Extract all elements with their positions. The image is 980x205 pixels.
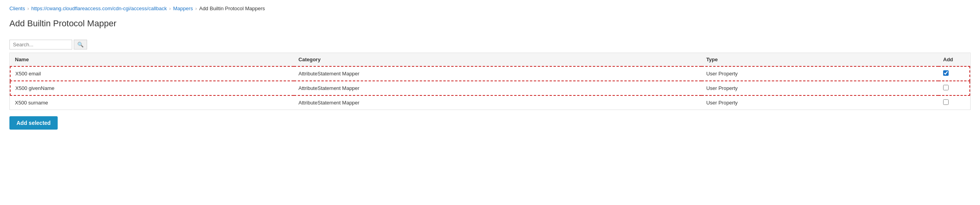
col-header-name: Name: [10, 53, 294, 66]
cell-category: AttributeStatement Mapper: [294, 66, 701, 81]
cell-add: [938, 95, 970, 110]
search-button[interactable]: 🔍: [74, 40, 87, 49]
col-header-type: Type: [701, 53, 938, 66]
cell-type: User Property: [701, 66, 938, 81]
breadcrumb-mappers[interactable]: Mappers: [173, 5, 193, 11]
cell-category: AttributeStatement Mapper: [294, 95, 701, 110]
cell-name: X500 email: [10, 66, 294, 81]
col-header-add: Add: [938, 53, 970, 66]
table-wrapper: Name Category Type Add X500 emailAttribu…: [9, 53, 971, 110]
cell-type: User Property: [701, 95, 938, 110]
col-header-category: Category: [294, 53, 701, 66]
cell-add: [938, 66, 970, 81]
breadcrumb-clients[interactable]: Clients: [9, 5, 25, 11]
breadcrumb-url[interactable]: https://cwang.cloudflareaccess.com/cdn-c…: [31, 5, 167, 11]
cell-category: AttributeStatement Mapper: [294, 81, 701, 95]
breadcrumb-sep-1: ›: [27, 6, 29, 11]
cell-name: X500 surname: [10, 95, 294, 110]
table-row: X500 givenNameAttributeStatement MapperU…: [10, 81, 970, 95]
table-header-row: Name Category Type Add: [10, 53, 970, 66]
breadcrumb-sep-3: ›: [195, 6, 197, 11]
breadcrumb: Clients › https://cwang.cloudflareaccess…: [9, 0, 971, 18]
add-selected-button[interactable]: Add selected: [9, 116, 58, 130]
add-checkbox[interactable]: [943, 70, 949, 76]
cell-type: User Property: [701, 81, 938, 95]
cell-name: X500 givenName: [10, 81, 294, 95]
search-input[interactable]: [9, 40, 72, 49]
page-title: Add Builtin Protocol Mapper: [9, 18, 971, 29]
add-checkbox[interactable]: [943, 99, 949, 105]
search-area: 🔍: [9, 37, 971, 53]
cell-add: [938, 81, 970, 95]
add-checkbox[interactable]: [943, 85, 949, 90]
breadcrumb-current: Add Builtin Protocol Mappers: [199, 5, 265, 11]
table-row: X500 emailAttributeStatement MapperUser …: [10, 66, 970, 81]
breadcrumb-sep-2: ›: [169, 6, 171, 11]
table-row: X500 surnameAttributeStatement MapperUse…: [10, 95, 970, 110]
mappers-table: Name Category Type Add X500 emailAttribu…: [10, 53, 970, 110]
